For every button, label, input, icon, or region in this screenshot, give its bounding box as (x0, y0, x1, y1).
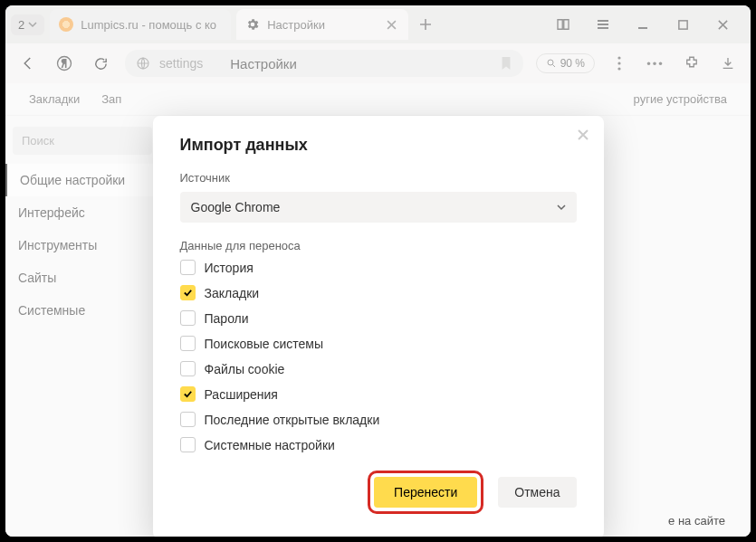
checkbox-label: Файлы cookie (205, 362, 285, 376)
checkbox-row-recent-tabs[interactable]: Последние открытые вкладки (180, 412, 577, 427)
checkbox-label: Поисковые системы (205, 337, 323, 351)
modal-close-button[interactable] (577, 128, 589, 141)
checkbox-label: Пароли (205, 311, 249, 326)
checkbox-label: Системные настройки (205, 438, 335, 452)
browser-window: 2 Lumpics.ru - помощь с ко Настройки (5, 5, 751, 537)
checkbox[interactable] (180, 260, 196, 275)
checkbox[interactable] (180, 412, 196, 427)
checkbox-row-history[interactable]: История (180, 260, 577, 275)
modal-title: Импорт данных (180, 136, 577, 155)
modal-overlay: е на сайте Импорт данных Источник Google… (5, 5, 751, 537)
checkbox[interactable] (180, 336, 196, 351)
checkbox-label: История (205, 261, 254, 275)
checkbox-row-cookies[interactable]: Файлы cookie (180, 361, 577, 376)
checkbox-row-bookmarks[interactable]: Закладки (180, 285, 577, 300)
import-data-modal: Импорт данных Источник Google Chrome Дан… (153, 116, 604, 537)
checkbox[interactable] (180, 386, 196, 402)
checkbox-label: Расширения (205, 387, 278, 402)
background-text-peek: е на сайте (668, 514, 725, 528)
primary-button-highlight: Перенести (368, 471, 483, 514)
checkbox[interactable] (180, 437, 196, 452)
cancel-button[interactable]: Отмена (498, 477, 576, 508)
checkbox[interactable] (180, 310, 196, 326)
checkbox-row-search-engines[interactable]: Поисковые системы (180, 336, 577, 351)
checkbox-row-passwords[interactable]: Пароли (180, 310, 577, 326)
source-label: Источник (180, 171, 577, 185)
checkbox[interactable] (180, 361, 196, 376)
checkbox[interactable] (180, 285, 196, 300)
chevron-down-icon (557, 203, 566, 212)
checkbox-row-system-settings[interactable]: Системные настройки (180, 437, 577, 452)
checkbox-label: Закладки (205, 286, 260, 300)
checkbox-label: Последние открытые вкладки (205, 413, 380, 427)
source-value: Google Chrome (191, 200, 281, 214)
data-label: Данные для переноса (180, 239, 577, 252)
import-button[interactable]: Перенести (374, 477, 477, 508)
modal-actions: Перенести Отмена (180, 471, 577, 514)
checkbox-row-extensions[interactable]: Расширения (180, 386, 577, 402)
import-options-list: История Закладки Пароли Поисковые систем… (180, 260, 577, 452)
source-select[interactable]: Google Chrome (180, 192, 577, 223)
